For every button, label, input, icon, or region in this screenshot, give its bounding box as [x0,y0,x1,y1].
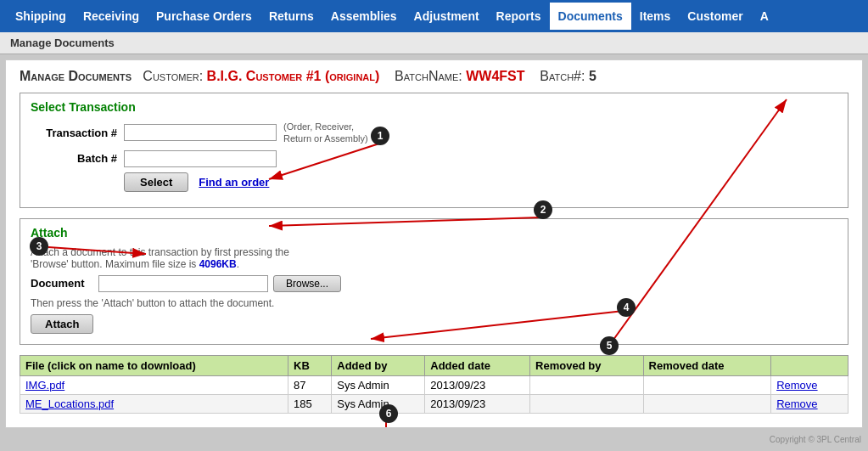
annotation-4: 4 [617,298,636,317]
browse-button[interactable]: Browse... [273,275,341,292]
cell-file[interactable]: ME_Locations.pdf [20,394,288,413]
attach-title: Attach [31,226,837,240]
cell-removed-date [643,375,771,394]
copyright: Copyright © 3PL Central [0,433,868,446]
document-input[interactable] [98,275,268,292]
cell-removed-by [530,394,643,413]
col-added-date: Added date [425,355,530,375]
file-table: File (click on name to download) KB Adde… [20,355,848,414]
transaction-input[interactable] [124,124,277,141]
cell-added-date: 2013/09/23 [425,375,530,394]
attach-button[interactable]: Attach [31,314,93,334]
nav-more[interactable]: A [752,3,777,30]
cell-action[interactable]: Remove [771,375,848,394]
table-header-row: File (click on name to download) KB Adde… [20,355,848,375]
col-removed-date: Removed date [643,355,771,375]
breadcrumb-text: Manage Documents [10,37,115,49]
nav-reports[interactable]: Reports [488,3,550,30]
attach-info-line3: . [237,258,239,270]
cell-file[interactable]: IMG.pdf [20,375,288,394]
top-nav: Shipping Receiving Purchase Orders Retur… [0,0,868,32]
annotation-6: 6 [379,404,398,423]
cell-removed-by [530,375,643,394]
col-action [771,355,848,375]
col-removed-by: Removed by [530,355,643,375]
nav-purchase-orders[interactable]: Purchase Orders [148,3,260,30]
batch-label-form: Batch # [31,152,124,165]
batch-input[interactable] [124,150,277,167]
attach-info-line2: 'Browse' button. Maximum file size is [31,258,196,270]
nav-assemblies[interactable]: Assemblies [322,3,406,30]
customer-label: Customer: [143,69,203,83]
nav-customer[interactable]: Customer [679,3,751,30]
customer-name: B.I.G. Customer #1 (original) [207,69,380,83]
main-content: Manage Documents Customer: B.I.G. Custom… [5,59,863,428]
document-row: Document Browse... [31,275,837,292]
page-title: Manage Documents Customer: B.I.G. Custom… [20,69,848,84]
table-row: ME_Locations.pdf 185 Sys Admin 2013/09/2… [20,394,848,413]
nav-receiving[interactable]: Receiving [75,3,148,30]
nav-adjustment[interactable]: Adjustment [406,3,488,30]
batch-label: BatchName: [395,69,462,83]
select-row: Select Find an order [31,172,837,192]
annotation-3: 3 [30,237,48,256]
select-transaction-section: Select Transaction Transaction # (Order,… [20,93,848,208]
batch-row: Batch # [31,150,837,167]
cell-action[interactable]: Remove [771,394,848,413]
remove-link[interactable]: Remove [776,397,817,410]
attach-max-size: 4096KB [199,258,237,270]
attach-then-text: Then press the 'Attach' button to attach… [31,297,837,309]
transaction-hint: (Order, Receiver,Return or Assembly) [283,121,368,145]
batch-num-label: Batch#: [540,69,585,83]
table-row: IMG.pdf 87 Sys Admin 2013/09/23 Remove [20,375,848,394]
document-label: Document [31,277,98,290]
select-button[interactable]: Select [124,172,188,192]
attach-info-line1: Attach a document to this transaction by… [31,246,289,258]
annotation-5: 5 [600,336,619,355]
cell-added-by: Sys Admin [332,394,425,413]
nav-items[interactable]: Items [631,3,680,30]
batch-name: WW4FST [466,69,524,83]
annotation-2: 2 [534,200,552,219]
col-kb: KB [288,355,332,375]
find-order-link[interactable]: Find an order [199,176,269,189]
select-transaction-title: Select Transaction [31,100,837,114]
nav-shipping[interactable]: Shipping [7,3,75,30]
transaction-label: Transaction # [31,127,124,139]
transaction-row: Transaction # (Order, Receiver,Return or… [31,121,837,145]
annotation-1: 1 [371,127,389,145]
nav-documents[interactable]: Documents [550,3,631,30]
file-table-body: IMG.pdf 87 Sys Admin 2013/09/23 Remove M… [20,375,848,413]
nav-returns[interactable]: Returns [260,3,322,30]
cell-kb: 87 [288,375,332,394]
attach-info: Attach a document to this transaction by… [31,246,837,270]
remove-link[interactable]: Remove [776,379,817,392]
col-added-by: Added by [332,355,425,375]
breadcrumb: Manage Documents [0,32,868,54]
cell-added-date: 2013/09/23 [425,394,530,413]
attach-section: Attach Attach a document to this transac… [20,218,848,345]
cell-kb: 185 [288,394,332,413]
batch-num: 5 [589,69,596,83]
cell-added-by: Sys Admin [332,375,425,394]
cell-removed-date [643,394,771,413]
col-file: File (click on name to download) [20,355,288,375]
page-title-text: Manage Documents [20,69,132,83]
